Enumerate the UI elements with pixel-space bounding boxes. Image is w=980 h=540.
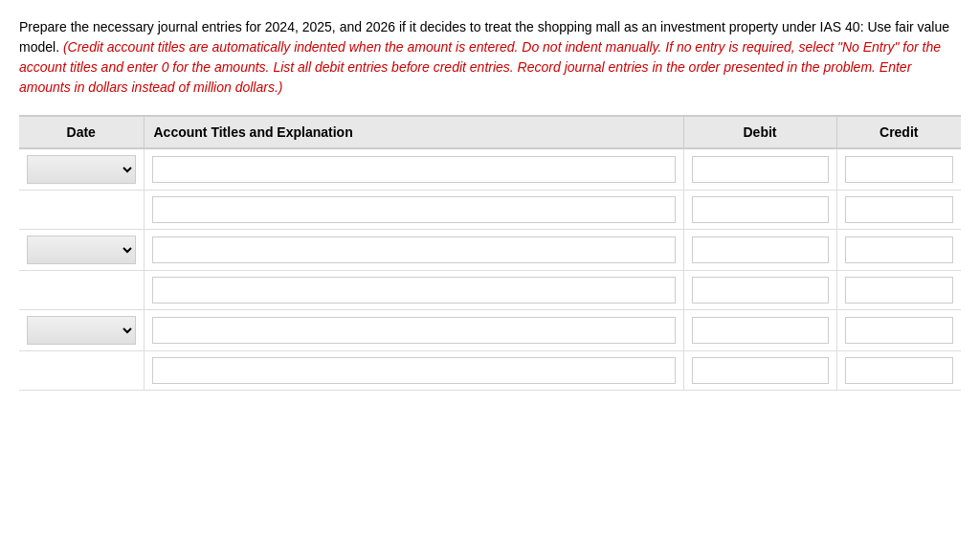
header-date: Date [19,116,144,148]
credit-input-3b[interactable] [845,357,954,384]
account-cell-1a[interactable] [144,148,683,191]
debit-cell-2a[interactable] [683,230,836,271]
account-cell-2a[interactable] [144,230,683,271]
debit-cell-1a[interactable] [683,148,836,191]
account-input-3b[interactable] [152,357,676,384]
credit-input-2a[interactable] [845,236,954,263]
debit-cell-3a[interactable] [683,310,836,351]
credit-input-3a[interactable] [845,317,954,344]
debit-cell-2b[interactable] [683,271,836,310]
date-cell-2b [19,271,144,310]
date-cell-3b [19,351,144,391]
date-select-3[interactable]: 2024 2025 2026 [27,316,136,345]
date-cell-2[interactable]: 2024 2025 2026 [19,230,144,271]
account-input-2b[interactable] [152,277,676,304]
table-row: 2024 2025 2026 [19,230,961,271]
credit-cell-1a[interactable] [836,148,961,191]
credit-cell-3b[interactable] [836,351,961,391]
date-cell-1[interactable]: 2024 2025 2026 [19,148,144,191]
instructions-block: Prepare the necessary journal entries fo… [19,17,961,98]
debit-input-1b[interactable] [692,196,829,223]
table-row: 2024 2025 2026 [19,310,961,351]
credit-cell-1b[interactable] [836,191,961,230]
debit-input-3b[interactable] [692,357,829,384]
debit-cell-1b[interactable] [683,191,836,230]
journal-table: Date Account Titles and Explanation Debi… [19,115,961,391]
account-input-1a[interactable] [152,156,676,183]
account-cell-1b[interactable] [144,191,683,230]
credit-input-1a[interactable] [845,156,954,183]
table-row [19,271,961,310]
debit-cell-3b[interactable] [683,351,836,391]
table-row [19,351,961,391]
table-row: 2024 2025 2026 [19,148,961,191]
debit-input-3a[interactable] [692,317,829,344]
italic-instruction-text: (Credit account titles are automatically… [19,39,941,95]
date-select-1[interactable]: 2024 2025 2026 [27,155,136,184]
header-debit: Debit [683,116,836,148]
debit-input-2b[interactable] [692,277,829,304]
account-input-3a[interactable] [152,317,676,344]
account-cell-3b[interactable] [144,351,683,391]
date-cell-1b [19,191,144,230]
header-credit: Credit [836,116,961,148]
credit-input-1b[interactable] [845,196,954,223]
table-row [19,191,961,230]
account-cell-2b[interactable] [144,271,683,310]
date-cell-3[interactable]: 2024 2025 2026 [19,310,144,351]
header-account: Account Titles and Explanation [144,116,683,148]
account-input-1b[interactable] [152,196,676,223]
credit-cell-2b[interactable] [836,271,961,310]
credit-cell-2a[interactable] [836,230,961,271]
date-select-2[interactable]: 2024 2025 2026 [27,236,136,264]
account-cell-3a[interactable] [144,310,683,351]
debit-input-1a[interactable] [692,156,829,183]
debit-input-2a[interactable] [692,236,829,263]
credit-input-2b[interactable] [845,277,954,304]
credit-cell-3a[interactable] [836,310,961,351]
account-input-2a[interactable] [152,236,676,263]
